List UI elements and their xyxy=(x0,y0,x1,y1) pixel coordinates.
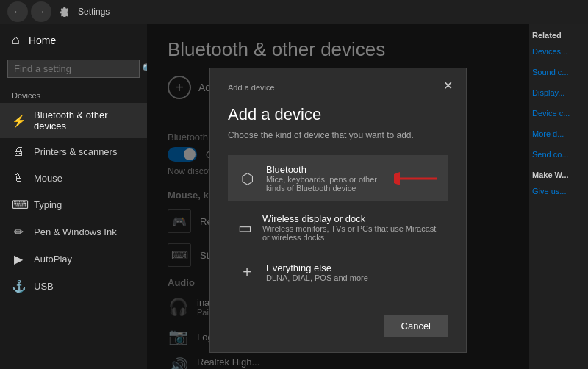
wireless-option-desc: Wireless monitors, TVs or PCs that use M… xyxy=(262,224,438,242)
app-layout: ⌂ Home 🔍 Devices ⚡ Bluetooth & other dev… xyxy=(0,24,588,369)
right-link-0[interactable]: Devices... xyxy=(532,47,585,56)
right-link-4[interactable]: More d... xyxy=(532,129,585,138)
forward-button[interactable]: → xyxy=(31,1,51,22)
pen-icon: ✏ xyxy=(12,225,25,239)
sidebar: ⌂ Home 🔍 Devices ⚡ Bluetooth & other dev… xyxy=(0,24,147,369)
sidebar-item-mouse[interactable]: 🖱 Mouse xyxy=(0,165,147,191)
search-input[interactable] xyxy=(14,63,137,74)
sidebar-item-pen[interactable]: ✏ Pen & Windows Ink xyxy=(0,218,147,246)
usb-icon: ⚓ xyxy=(12,279,25,293)
sidebar-item-usb-label: USB xyxy=(34,281,54,292)
modal-overlay: Add a device ✕ Add a device Choose the k… xyxy=(147,24,529,369)
modal-red-arrow-icon xyxy=(394,170,438,187)
sidebar-item-printers[interactable]: 🖨 Printers & scanners xyxy=(0,138,147,165)
bluetooth-option-desc: Mice, keyboards, pens or other kinds of … xyxy=(266,175,378,193)
everything-option[interactable]: + Everything else DLNA, DIAL, POS and mo… xyxy=(228,254,448,291)
title-bar-text: Settings xyxy=(78,7,110,17)
right-link-7[interactable]: Give us... xyxy=(532,187,585,196)
sidebar-item-usb[interactable]: ⚓ USB xyxy=(0,273,147,300)
home-label: Home xyxy=(29,35,56,46)
everything-option-desc: DLNA, DIAL, POS and more xyxy=(266,273,368,282)
sidebar-item-bluetooth[interactable]: ⚡ Bluetooth & other devices xyxy=(0,103,147,138)
wireless-option-icon: ▭ xyxy=(238,219,252,237)
make-w-heading: Make W... xyxy=(532,171,585,179)
wireless-option-name: Wireless display or dock xyxy=(262,213,438,224)
modal-close-button[interactable]: ✕ xyxy=(437,76,459,96)
add-device-modal: Add a device ✕ Add a device Choose the k… xyxy=(209,68,467,353)
devices-section-label: Devices xyxy=(0,87,147,103)
right-link-5[interactable]: Send co... xyxy=(532,150,585,159)
sidebar-item-autoplay-label: AutoPlay xyxy=(34,254,72,265)
bluetooth-icon: ⚡ xyxy=(12,114,25,128)
sidebar-item-printers-label: Printers & scanners xyxy=(34,146,117,157)
wireless-option[interactable]: ▭ Wireless display or dock Wireless moni… xyxy=(228,204,448,251)
autoplay-icon: ▶ xyxy=(12,252,25,266)
typing-icon: ⌨ xyxy=(12,198,25,212)
right-link-2[interactable]: Display... xyxy=(532,88,585,97)
nav-buttons: ← → xyxy=(7,1,51,22)
sidebar-item-pen-label: Pen & Windows Ink xyxy=(34,226,117,237)
sidebar-item-typing[interactable]: ⌨ Typing xyxy=(0,191,147,218)
main-content: Bluetooth & other devices + Add Bluetoot… xyxy=(147,24,529,369)
bluetooth-option[interactable]: ⬡ Bluetooth Mice, keyboards, pens or oth… xyxy=(228,155,448,201)
sidebar-item-mouse-label: Mouse xyxy=(34,173,62,184)
printer-icon: 🖨 xyxy=(12,145,25,158)
settings-icon xyxy=(57,6,69,18)
everything-option-icon: + xyxy=(238,264,256,281)
related-heading: Related xyxy=(532,31,585,40)
mouse-icon: 🖱 xyxy=(12,171,25,184)
modal-footer: Cancel xyxy=(228,306,448,337)
right-link-3[interactable]: Device c... xyxy=(532,109,585,118)
bluetooth-option-icon: ⬡ xyxy=(238,170,256,187)
modal-large-title: Add a device xyxy=(228,105,448,124)
right-link-1[interactable]: Sound c... xyxy=(532,68,585,76)
sidebar-item-bluetooth-label: Bluetooth & other devices xyxy=(34,110,135,132)
sidebar-item-autoplay[interactable]: ▶ AutoPlay xyxy=(0,246,147,273)
sidebar-home[interactable]: ⌂ Home xyxy=(0,24,147,57)
back-button[interactable]: ← xyxy=(7,1,28,22)
sidebar-item-typing-label: Typing xyxy=(34,199,62,210)
home-icon: ⌂ xyxy=(12,32,20,48)
everything-option-name: Everything else xyxy=(266,262,368,273)
right-panel: Related Devices... Sound c... Display...… xyxy=(529,24,588,369)
modal-subtitle: Choose the kind of device that you want … xyxy=(228,130,448,140)
title-bar: ← → Settings xyxy=(0,0,588,24)
modal-small-title: Add a device xyxy=(228,83,275,92)
cancel-button[interactable]: Cancel xyxy=(384,315,448,337)
modal-titlebar: Add a device ✕ xyxy=(228,83,448,93)
bluetooth-option-name: Bluetooth xyxy=(266,164,378,175)
search-box[interactable]: 🔍 xyxy=(7,60,140,78)
